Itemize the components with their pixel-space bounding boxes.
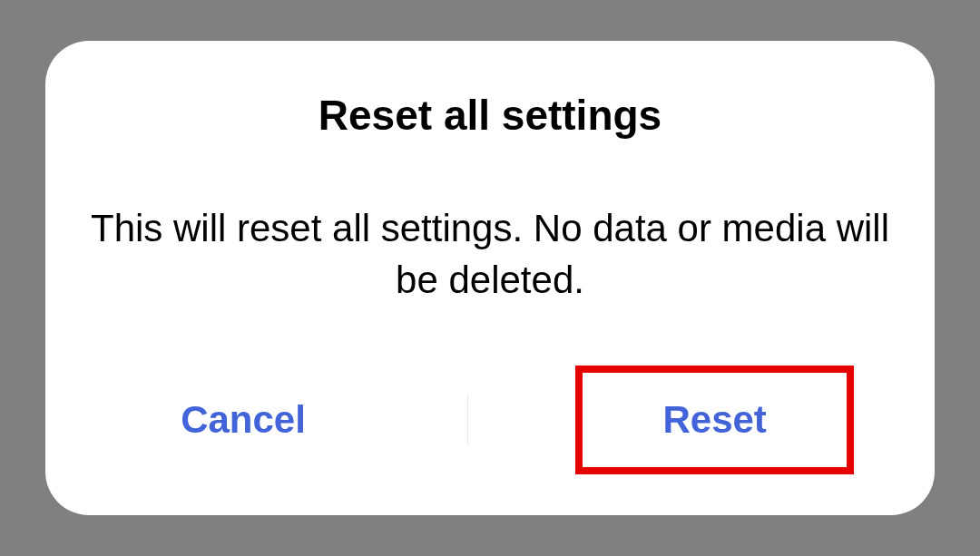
reset-settings-dialog: Reset all settings This will reset all s… — [45, 41, 935, 514]
dialog-title: Reset all settings — [318, 91, 662, 140]
dialog-button-row: Cancel Reset — [73, 366, 907, 474]
reset-button[interactable]: Reset — [608, 382, 820, 458]
button-divider — [467, 395, 468, 444]
highlight-annotation: Reset — [575, 366, 853, 474]
cancel-button[interactable]: Cancel — [126, 382, 360, 458]
dialog-message: This will reset all settings. No data or… — [73, 203, 907, 306]
